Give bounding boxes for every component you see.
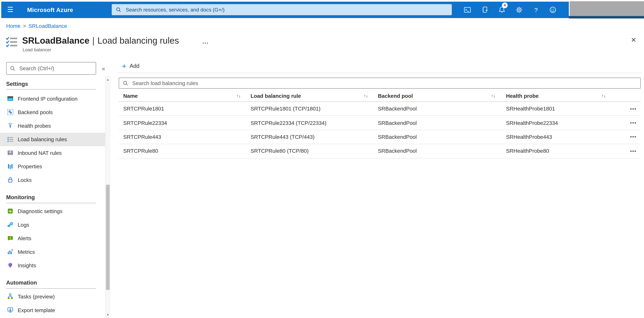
help-button[interactable]: ? [530, 4, 542, 16]
cloud-shell-button[interactable] [461, 4, 474, 16]
rules-table: SRTCPRule1801 SRTCPRule1801 (TCP/1801) S… [119, 102, 641, 158]
sidebar-item-diagnostic-settings[interactable]: Diagnostic settings [0, 204, 105, 218]
column-label: Load balancing rule [250, 93, 301, 99]
sidebar-item-frontend-ip[interactable]: Frontend IP configuration [0, 92, 105, 105]
account-info-redacted [568, 1, 644, 16]
add-button[interactable]: + Add [122, 60, 140, 72]
sidebar-item-label: Alerts [18, 235, 31, 241]
scroll-up-icon[interactable]: ▲ [105, 77, 110, 82]
sidebar-item-label: Health probes [18, 122, 51, 129]
title-separator: | [92, 36, 94, 46]
divider [6, 89, 96, 89]
rules-search-input[interactable] [132, 80, 640, 86]
sidebar-item-label: Tasks (preview) [18, 293, 55, 300]
cell-backend-pool: SRBackendPool [378, 120, 506, 126]
row-menu-icon[interactable]: ••• [630, 106, 636, 111]
row-menu-icon[interactable]: ••• [630, 149, 636, 154]
global-search [112, 4, 452, 15]
azure-portal-page: ☰ Microsoft Azure [0, 0, 644, 318]
column-header-health-probe[interactable]: Health probe ↑↓ [506, 93, 622, 99]
cell-rule: SRTCPRule443 (TCP/443) [250, 134, 378, 140]
frontend-ip-icon [7, 95, 14, 102]
cell-name: SRTCPRule1801 [119, 106, 250, 112]
topbar: ☰ Microsoft Azure [1, 2, 644, 18]
divider [6, 288, 96, 289]
azure-brand[interactable]: Microsoft Azure [27, 2, 73, 18]
metrics-icon [7, 248, 14, 255]
sidebar-item-label: Diagnostic settings [18, 208, 62, 214]
breadcrumb-resource[interactable]: SRLoadBalance [28, 23, 67, 29]
rules-search [119, 78, 641, 89]
global-search-input[interactable] [125, 6, 452, 13]
sidebar-item-health-probes[interactable]: Health probes [0, 119, 105, 132]
account-redaction-strip [568, 16, 644, 18]
feedback-button[interactable] [546, 4, 559, 16]
sidebar-collapse-icon[interactable]: « [100, 64, 108, 74]
sidebar-search [6, 62, 96, 75]
table-row[interactable]: SRTCPRule80 SRTCPRule80 (TCP/80) SRBacke… [119, 144, 641, 158]
sidebar-search-input[interactable] [18, 65, 96, 72]
section-header-monitoring: Monitoring [6, 194, 35, 200]
inbound-nat-rules-icon [7, 150, 14, 156]
sidebar-scrollbar-thumb[interactable] [106, 185, 110, 290]
page-more-menu[interactable]: … [202, 38, 209, 45]
row-menu-icon[interactable]: ••• [630, 120, 636, 125]
sort-icon: ↑↓ [364, 93, 368, 98]
column-label: Health probe [506, 93, 539, 99]
sidebar-item-properties[interactable]: Properties [0, 160, 105, 173]
column-label: Name [123, 93, 138, 99]
sidebar-item-insights[interactable]: Insights [0, 258, 105, 272]
settings-button[interactable] [512, 4, 526, 16]
section-header-settings: Settings [6, 81, 28, 87]
sidebar-item-inbound-nat-rules[interactable]: Inbound NAT rules [0, 146, 105, 160]
tasks-icon [7, 293, 14, 300]
sort-icon: ↑↓ [236, 93, 240, 98]
lock-icon [7, 177, 14, 183]
notification-badge: 4 [502, 2, 508, 8]
sidebar-item-export-template[interactable]: Export template [0, 303, 105, 317]
sidebar-item-label: Frontend IP configuration [18, 96, 78, 102]
table-row[interactable]: SRTCPRule1801 SRTCPRule1801 (TCP/1801) S… [119, 102, 641, 116]
logs-icon [7, 221, 14, 228]
cell-name: SRTCPRule22334 [119, 120, 250, 126]
search-icon [116, 7, 122, 12]
column-header-backend-pool[interactable]: Backend pool ↑↓ [378, 93, 506, 99]
scroll-down-icon[interactable]: ▼ [105, 312, 110, 318]
section-header-automation: Automation [6, 280, 37, 286]
health-probes-icon [7, 122, 14, 129]
hamburger-menu-icon[interactable]: ☰ [4, 2, 17, 18]
sidebar-item-label: Properties [18, 163, 42, 169]
table-row[interactable]: SRTCPRule443 SRTCPRule443 (TCP/443) SRBa… [119, 130, 641, 144]
cell-backend-pool: SRBackendPool [378, 134, 506, 140]
sidebar-item-label: Insights [18, 262, 36, 268]
table-row[interactable]: SRTCPRule22334 SRTCPRule22334 (TCP/22334… [119, 116, 641, 130]
sidebar-item-alerts[interactable]: Alerts [0, 232, 105, 245]
close-icon[interactable]: ✕ [631, 36, 636, 44]
search-icon [10, 66, 16, 71]
sidebar-item-logs[interactable]: Logs [0, 218, 105, 232]
blade-name: Load balancing rules [98, 36, 179, 46]
cell-health-probe: SRHealthProbe80 [506, 148, 622, 154]
chevron-right-icon: > [23, 23, 26, 29]
directory-filter-button[interactable] [478, 4, 492, 16]
cell-health-probe: SRHealthProbe22334 [506, 120, 622, 126]
sidebar-item-metrics[interactable]: Metrics [0, 245, 105, 258]
sidebar-item-tasks-preview[interactable]: Tasks (preview) [0, 290, 105, 303]
cell-name: SRTCPRule443 [119, 134, 250, 140]
plus-icon: + [122, 62, 126, 70]
row-menu-icon[interactable]: ••• [630, 134, 636, 140]
load-balancing-rules-icon [5, 36, 18, 48]
help-icon: ? [534, 6, 538, 13]
cell-backend-pool: SRBackendPool [378, 106, 506, 112]
search-icon [123, 80, 128, 86]
sidebar-item-load-balancing-rules[interactable]: Load balancing rules [0, 132, 105, 146]
sort-icon: ↑↓ [491, 93, 495, 98]
sidebar-item-backend-pools[interactable]: Backend pools [0, 105, 105, 119]
table-header: Name ↑↓ Load balancing rule ↑↓ Backend p… [119, 90, 641, 102]
gear-icon [516, 6, 523, 14]
column-header-name[interactable]: Name ↑↓ [119, 93, 250, 99]
breadcrumb-home[interactable]: Home [6, 23, 20, 29]
sidebar-item-locks[interactable]: Locks [0, 173, 105, 187]
column-header-load-balancing-rule[interactable]: Load balancing rule ↑↓ [250, 93, 378, 99]
sidebar-item-label: Inbound NAT rules [18, 150, 62, 156]
